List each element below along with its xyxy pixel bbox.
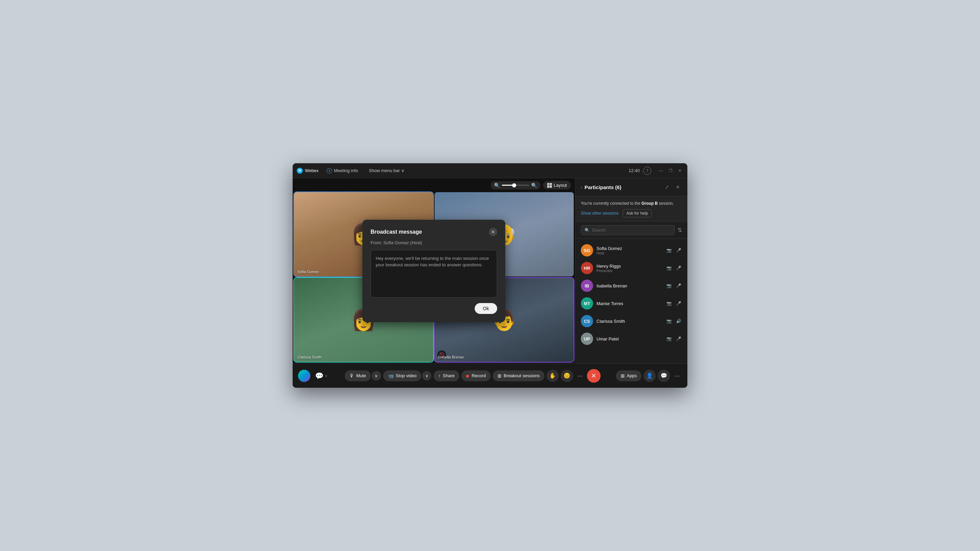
mic-icon-henry: 🎤 <box>675 265 682 272</box>
title-bar-left: W Webex ℹ Meeting info Show menu bar ∨ <box>297 167 628 175</box>
stop-video-button[interactable]: 📹 Stop video <box>383 370 421 381</box>
apps-label: Apps <box>627 373 637 378</box>
participants-panel-button[interactable]: 👤 <box>643 370 656 382</box>
chat-icon: 💬 <box>660 372 667 379</box>
broadcast-from: From: Sofia Gomez (Host) <box>371 240 497 245</box>
session-info: You're currently connected to the Group … <box>576 196 687 222</box>
reactions-button[interactable]: 😊 <box>561 370 573 382</box>
raise-hand-icon: ✋ <box>549 372 556 379</box>
share-label: Share <box>443 373 455 378</box>
activity-chevron-icon: ∨ <box>325 374 327 378</box>
show-sessions-link[interactable]: Show other sessions <box>581 211 619 216</box>
cam-icon-umar: 📷 <box>666 335 672 342</box>
help-icon: ? <box>646 168 649 173</box>
time-display: 12:40 <box>628 168 640 173</box>
broadcast-message-box: Hey everyone, we'll be returning to the … <box>371 250 497 298</box>
sidebar-header: ‹ Participants (6) ⤢ ✕ <box>576 178 687 196</box>
participant-name-isabella: Isabella Brenan <box>597 283 662 288</box>
toolbar-more-right-icon: ··· <box>674 372 680 379</box>
cam-icon-sofia: 📷 <box>666 247 672 254</box>
app-name-label: Webex <box>305 168 318 173</box>
stop-video-btn-group: 📹 Stop video ∨ <box>383 370 431 381</box>
meeting-info-icon: ℹ <box>327 168 332 173</box>
minimize-button[interactable]: — <box>657 167 664 174</box>
end-call-button[interactable]: ✕ <box>587 369 601 383</box>
show-menu-label: Show menu bar <box>369 168 400 173</box>
close-button[interactable]: ✕ <box>676 167 683 174</box>
broadcast-ok-button[interactable]: Ok <box>475 303 497 314</box>
activity-button[interactable]: 💬 ∨ <box>313 370 329 381</box>
participant-role-sofia: Host <box>597 251 662 255</box>
maximize-button[interactable]: ❐ <box>667 167 674 174</box>
participant-info-umar: Umar Patel <box>597 337 662 341</box>
raise-hand-button[interactable]: ✋ <box>546 370 559 382</box>
participant-controls-henry: 📷 🎤 <box>666 265 682 272</box>
webex-icon: W <box>297 168 303 174</box>
stop-video-label: Stop video <box>396 373 417 378</box>
cam-icon-clarissa: 📷 <box>666 318 672 324</box>
toolbar-more-right-button[interactable]: ··· <box>672 370 682 382</box>
show-menu-button[interactable]: Show menu bar ∨ <box>366 167 407 175</box>
broadcast-overlay: Broadcast message ✕ From: Sofia Gomez (H… <box>293 178 575 363</box>
participant-info-clarissa: Clarissa Smith <box>597 319 662 324</box>
session-text-prefix: You're currently connected to the <box>581 201 641 206</box>
chat-panel-button[interactable]: 💬 <box>658 370 670 382</box>
record-icon <box>466 373 469 379</box>
more-options-button[interactable]: ··· <box>575 370 585 382</box>
webex-orb-button[interactable] <box>298 370 310 382</box>
main-content: 🔍 🔍 Layout 👩 <box>293 178 687 363</box>
participant-item-sofia[interactable]: SG Sofia Gomez Host 📷 🎤 <box>576 241 687 259</box>
breakout-btn-group: ⊞ Breakout sessions <box>493 370 544 381</box>
meeting-info-button[interactable]: ℹ Meeting info <box>324 167 361 175</box>
toolbar-right: ⊞ Apps 👤 💬 ··· <box>616 370 682 382</box>
participant-item-clarissa[interactable]: CS Clarissa Smith 📷 🔊 <box>576 312 687 330</box>
title-bar: W Webex ℹ Meeting info Show menu bar ∨ 1… <box>293 163 687 178</box>
breakout-icon: ⊞ <box>498 373 501 379</box>
breakout-button[interactable]: ⊞ Breakout sessions <box>493 370 544 381</box>
share-button[interactable]: ↑ Share <box>434 370 460 381</box>
mute-dropdown-button[interactable]: ∨ <box>372 371 381 381</box>
app-window: W Webex ℹ Meeting info Show menu bar ∨ 1… <box>293 163 687 388</box>
search-input[interactable] <box>592 227 671 233</box>
bottom-toolbar: 💬 ∨ 🎙 Mute ∨ 📹 Stop video ∨ <box>293 363 687 388</box>
mute-btn-group: 🎙 Mute ∨ <box>345 370 381 381</box>
broadcast-close-button[interactable]: ✕ <box>489 228 497 236</box>
toolbar-center: 🎙 Mute ∨ 📹 Stop video ∨ ↑ Share <box>345 369 601 383</box>
sidebar-close-button[interactable]: ✕ <box>674 183 682 191</box>
mute-label: Mute <box>356 373 366 378</box>
help-button[interactable]: ? <box>643 167 651 175</box>
participant-item-marise[interactable]: MT Marise Torres 📷 🎤 <box>576 295 687 312</box>
mic-icon-clarissa: 🔊 <box>675 318 682 324</box>
participant-controls-umar: 📷 🎤 <box>666 335 682 342</box>
sidebar-collapse-icon[interactable]: ‹ <box>581 184 582 190</box>
breakout-label: Breakout sessions <box>504 373 540 378</box>
participant-info-marise: Marise Torres <box>597 301 662 306</box>
video-dropdown-button[interactable]: ∨ <box>422 371 431 381</box>
cam-icon-henry: 📷 <box>666 265 672 272</box>
ask-help-button[interactable]: Ask for help <box>623 209 652 218</box>
participant-item-henry[interactable]: HR Henry Riggs Presenter 📷 🎤 <box>576 259 687 277</box>
broadcast-message-text: Hey everyone, we'll be returning to the … <box>375 256 489 268</box>
mute-button[interactable]: 🎙 Mute <box>345 370 371 381</box>
sidebar-title: Participants (6) <box>585 184 621 190</box>
apps-button[interactable]: ⊞ Apps <box>616 370 642 381</box>
participant-name-sofia: Sofia Gomez <box>597 246 662 251</box>
sort-button[interactable]: ⇅ <box>678 227 682 233</box>
mic-icon-umar: 🎤 <box>675 335 682 342</box>
avatar-clarissa: CS <box>581 315 593 327</box>
participant-item-umar[interactable]: UP Umar Patel 📷 🎤 <box>576 330 687 348</box>
video-icon: 📹 <box>388 373 394 379</box>
participant-info-henry: Henry Riggs Presenter <box>597 264 662 273</box>
sidebar: ‹ Participants (6) ⤢ ✕ You're currently … <box>575 178 687 363</box>
record-button[interactable]: Record <box>461 370 491 381</box>
mic-icon-marise: 🎤 <box>675 300 682 307</box>
popout-button[interactable]: ⤢ <box>663 183 671 191</box>
participant-item-isabella[interactable]: IB Isabella Brenan 📷 🎤 <box>576 277 687 295</box>
participants-icon: 👤 <box>646 372 653 379</box>
share-btn-group: ↑ Share <box>434 370 460 381</box>
session-text: You're currently connected to the Group … <box>581 200 682 206</box>
avatar-isabella: IB <box>581 279 593 292</box>
session-text-suffix: session. <box>658 201 674 206</box>
window-controls: — ❐ ✕ <box>657 167 683 174</box>
broadcast-title: Broadcast message <box>371 229 422 235</box>
